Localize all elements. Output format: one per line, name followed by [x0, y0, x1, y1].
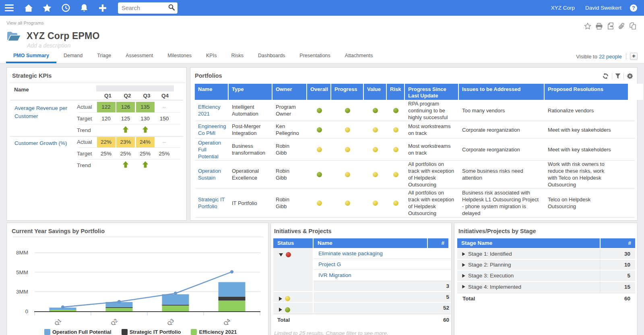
expand-triangle-icon[interactable]	[462, 285, 465, 289]
progress-status-dot-yellow	[345, 172, 350, 177]
portfolio-name-link[interactable]: Operation Sustain	[198, 168, 225, 181]
status-group-cell[interactable]	[273, 303, 314, 313]
line-marker[interactable]	[118, 300, 121, 303]
portfolio-name-link[interactable]: Operation Full Potential	[198, 139, 225, 160]
tab-presentations[interactable]: Presentations	[292, 52, 337, 63]
portfolio-type-cell: Business transformation	[229, 139, 272, 160]
visible-to-link[interactable]: 22 people	[599, 54, 622, 60]
expand-triangle-icon[interactable]	[462, 252, 465, 256]
column-header-progress[interactable]: Progress	[331, 84, 364, 100]
results-limit-note: Limited to 25 results. Change filter to …	[274, 330, 388, 335]
legend-label: Efficiency 2021	[199, 329, 237, 335]
expand-triangle-icon[interactable]	[462, 263, 465, 267]
column-header-issues-to-be-addressed[interactable]: Issues to be Addressed	[459, 84, 545, 100]
filter-icon[interactable]	[615, 73, 621, 79]
expand-triangle-icon[interactable]	[279, 297, 282, 301]
legend-item[interactable]: Strategic IT Portfolio	[122, 329, 181, 335]
initiative-name-link[interactable]: Eliminate waste packaging	[318, 250, 383, 256]
status-group-cell[interactable]	[273, 292, 314, 302]
stage-name-label[interactable]: Stage 3: Execution	[468, 273, 514, 279]
bar-segment[interactable]	[106, 307, 133, 308]
x-axis-category-label: Q1	[53, 318, 62, 327]
portfolio-progress-update: Most workstreams on track	[408, 143, 456, 156]
portfolio-type-cell: Operational Excellence	[229, 161, 272, 188]
tab-triage[interactable]: Triage	[90, 52, 118, 63]
expand-triangle-icon[interactable]	[279, 308, 282, 312]
stage-name-label[interactable]: Stage 4: Implemented	[468, 284, 521, 290]
notifications-bell-icon[interactable]	[80, 4, 88, 12]
search-input[interactable]	[118, 5, 168, 11]
refresh-icon[interactable]	[602, 73, 609, 79]
column-header-value[interactable]: Value	[364, 84, 387, 100]
column-header-overall[interactable]: Overall	[307, 84, 331, 100]
user-menu[interactable]: David Sweikert	[583, 5, 630, 11]
breadcrumb[interactable]: View all Programs	[6, 21, 43, 25]
tab-dashboards[interactable]: Dashboards	[251, 52, 292, 63]
favorite-star-icon[interactable]	[584, 23, 591, 30]
bar-segment[interactable]	[162, 306, 189, 311]
bar-segment[interactable]	[50, 310, 76, 311]
description-placeholder[interactable]: Add a description	[27, 42, 70, 49]
search-icon[interactable]	[168, 4, 175, 12]
line-marker[interactable]	[230, 270, 233, 273]
tab-kpis[interactable]: KPIs	[199, 52, 224, 63]
menu-icon[interactable]	[5, 4, 14, 11]
status-group-cell[interactable]	[273, 248, 314, 291]
bar-segment[interactable]	[162, 305, 189, 306]
column-header-status[interactable]: Status	[273, 238, 314, 248]
kpi-target-value: 125	[116, 116, 135, 122]
initiative-name-link[interactable]: Project G	[318, 261, 341, 267]
home-icon[interactable]	[24, 4, 33, 12]
column-header-proposed-resolutions[interactable]: Proposed Resolutions	[545, 84, 629, 100]
stage-name-label[interactable]: Stage 2: Planning	[468, 262, 511, 268]
bar-segment[interactable]	[219, 297, 246, 301]
column-header-count[interactable]: #	[601, 238, 635, 248]
bar-segment[interactable]	[106, 308, 133, 311]
org-menu[interactable]: XYZ Corp	[543, 5, 583, 11]
column-header-name[interactable]: Name	[314, 238, 428, 248]
add-tab-button[interactable]: +	[630, 53, 638, 60]
value-status-dot-yellow	[373, 147, 378, 152]
panel-title: Strategic KPIs	[12, 72, 52, 79]
bar-segment[interactable]	[162, 294, 189, 305]
tab-assessment[interactable]: Assessment	[118, 52, 160, 63]
stage-name-label[interactable]: Stage 1: Identified	[468, 251, 512, 257]
risk-status-dot-green	[393, 108, 398, 113]
column-header-owner[interactable]: Owner	[272, 84, 307, 100]
portfolio-name-link[interactable]: Engineering Co PMI	[198, 123, 226, 136]
expand-triangle-icon[interactable]	[462, 274, 465, 277]
tab-attachments[interactable]: Attachments	[338, 52, 380, 63]
settings-gear-icon[interactable]	[627, 73, 633, 79]
favorites-star-icon[interactable]	[43, 4, 52, 12]
column-header-count[interactable]: #	[428, 238, 448, 248]
portfolio-owner-cell: Robin Gibb	[272, 139, 307, 160]
bar-segment[interactable]	[219, 300, 246, 311]
bar-segment[interactable]	[219, 282, 246, 297]
tab-risks[interactable]: Risks	[224, 52, 251, 63]
portfolio-name-link[interactable]: Strategic IT Portfolio	[198, 196, 225, 210]
kpi-group: Customer Growth (%)Actual22%23%24%--Targ…	[7, 136, 186, 172]
collapse-triangle-icon[interactable]	[279, 253, 283, 256]
print-icon[interactable]	[595, 23, 603, 30]
add-plus-icon[interactable]	[99, 4, 106, 12]
column-header-type[interactable]: Type	[229, 84, 272, 100]
portfolio-resolutions-cell: Meet with key stakeholders	[545, 121, 629, 138]
legend-item[interactable]: Efficiency 2021	[191, 329, 237, 335]
column-header-stage-name[interactable]: Stage Name	[457, 238, 601, 248]
tab-pmo-summary[interactable]: PMO Summary	[6, 52, 56, 63]
column-header-risk[interactable]: Risk	[387, 84, 405, 100]
export-icon[interactable]	[607, 22, 614, 30]
initiative-name-link[interactable]: IVR Migration	[318, 272, 351, 278]
attachment-paperclip-icon[interactable]	[618, 23, 625, 30]
recent-clock-icon[interactable]	[62, 4, 70, 12]
line-marker[interactable]	[61, 305, 64, 308]
legend-item[interactable]: Operation Full Potential	[44, 329, 111, 335]
tab-demand[interactable]: Demand	[56, 52, 90, 63]
help-icon[interactable]: ?	[630, 4, 637, 12]
line-marker[interactable]	[174, 292, 177, 295]
portfolio-name-link[interactable]: Efficiency 2021	[198, 103, 225, 117]
column-header-progress-since-last-update[interactable]: Progress Since Last Update	[405, 84, 459, 100]
copy-icon[interactable]	[629, 22, 637, 30]
tab-milestones[interactable]: Milestones	[160, 52, 199, 63]
column-header-name[interactable]: Name	[195, 84, 229, 100]
